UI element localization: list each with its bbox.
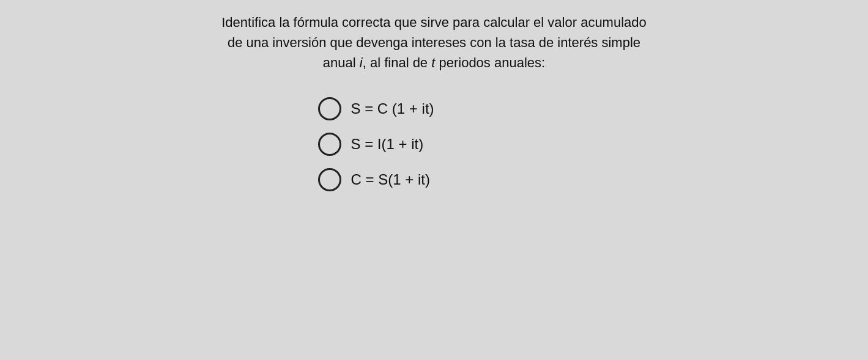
option-c-label: C = S(1 + it) [351,171,430,188]
option-a-label: S = C (1 + it) [351,100,434,117]
question-line3-prefix: anual [323,55,360,70]
options-container: S = C (1 + it) S = I(1 + it) C = S(1 + i… [281,97,587,191]
radio-b[interactable] [318,133,341,156]
option-a[interactable]: S = C (1 + it) [318,97,434,120]
question-line3-suffix: periodos anuales: [435,55,545,70]
option-b-label: S = I(1 + it) [351,136,424,153]
question-line3-mid: , al final de [363,55,432,70]
option-b[interactable]: S = I(1 + it) [318,133,424,156]
radio-c[interactable] [318,168,341,191]
question-line1: Identifica la fórmula correcta que sirve… [221,15,647,30]
question-line2: de una inversión que devenga intereses c… [228,35,640,50]
question-container: Identifica la fórmula correcta que sirve… [221,12,647,97]
option-c[interactable]: C = S(1 + it) [318,168,430,191]
question-text: Identifica la fórmula correcta que sirve… [221,12,647,73]
radio-a[interactable] [318,97,341,120]
